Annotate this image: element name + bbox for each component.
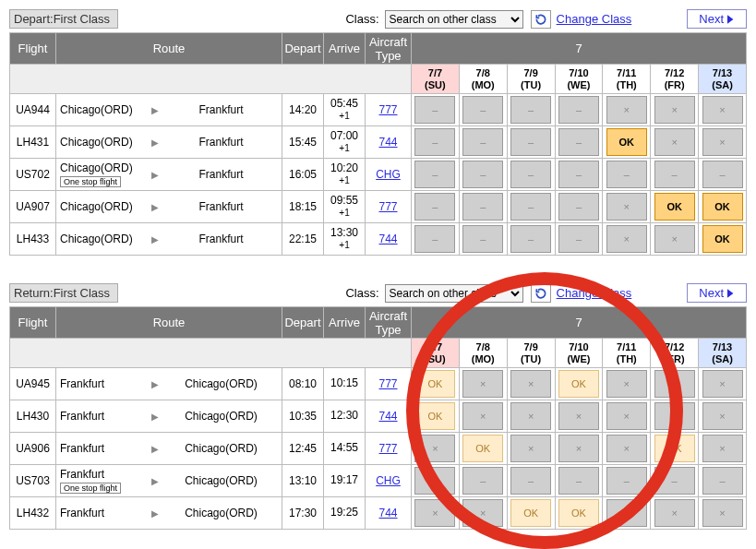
aircraft-type-link[interactable]: 777	[378, 377, 397, 390]
availability-cell: –	[462, 161, 503, 188]
availability-cell: ×	[654, 128, 695, 156]
refresh-button[interactable]	[531, 284, 551, 303]
depart-time: 08:10	[282, 368, 324, 400]
flight-number: UA907	[10, 191, 56, 223]
availability-cell: –	[654, 161, 695, 188]
route-to: Chicago(ORD)	[164, 442, 278, 455]
aircraft-type-link[interactable]: CHG	[376, 168, 401, 181]
aircraft-type-link[interactable]: 777	[378, 442, 397, 455]
availability-cell: –	[414, 467, 455, 495]
availability-cell: –	[654, 467, 695, 495]
aircraft-type-link[interactable]: 777	[378, 103, 397, 116]
arrive-time: 12:30	[324, 400, 366, 433]
next-button[interactable]: Next	[687, 283, 747, 303]
availability-cell: ×	[510, 435, 551, 462]
availability-cell: –	[702, 161, 743, 188]
aircraft-type: 744	[366, 497, 412, 530]
availability-cell: –	[606, 467, 647, 495]
aircraft-type-link[interactable]: 744	[378, 136, 397, 149]
availability-cell: ×	[606, 402, 647, 430]
availability-cell[interactable]: OK	[606, 128, 647, 156]
availability-cell: –	[462, 96, 503, 124]
arrive-time: 10:15	[324, 368, 366, 400]
aircraft-type: CHG	[366, 465, 412, 497]
route-from: Frankfurt	[60, 410, 104, 423]
availability-cell[interactable]: OK	[462, 435, 503, 462]
availability-cell: –	[414, 96, 455, 124]
aircraft-type-link[interactable]: 744	[378, 410, 397, 423]
flight-row: UA906 Frankfurt ▶ Chicago(ORD) 12:45 14:…	[10, 433, 747, 465]
class-label: Class:	[345, 12, 378, 26]
date-header: 7/7(SU)	[412, 65, 460, 94]
date-header: 7/8(MO)	[459, 339, 507, 368]
flight-row: LH433 Chicago(ORD) ▶ Frankfurt 22:15 13:…	[10, 223, 747, 256]
route-to: Frankfurt	[164, 200, 278, 213]
availability-cell[interactable]: OK	[558, 370, 599, 398]
change-class-link[interactable]: Change Class	[557, 286, 632, 300]
availability-cell: ×	[510, 370, 551, 398]
class-select[interactable]: Search on other class	[385, 284, 523, 303]
availability-cell[interactable]: OK	[558, 499, 599, 527]
availability-cell: ×	[606, 370, 647, 398]
refresh-button[interactable]	[531, 10, 551, 29]
route-arrow-icon: ▶	[151, 412, 159, 422]
date-header: 7/10(WE)	[555, 65, 603, 94]
availability-cell: –	[462, 128, 503, 156]
month-header: 7	[412, 33, 747, 65]
route-to: Chicago(ORD)	[164, 507, 278, 519]
availability-cell: ×	[558, 435, 599, 462]
route-arrow-icon: ▶	[151, 137, 159, 148]
route-from: Frankfurt	[60, 377, 104, 390]
date-header: 7/11(TH)	[603, 339, 651, 368]
route: Chicago(ORD) ▶ Frankfurt	[56, 126, 282, 159]
route-to: Frankfurt	[164, 103, 278, 116]
route-from: Chicago(ORD)	[60, 103, 133, 116]
availability-cell: ×	[702, 128, 743, 156]
next-arrow-icon	[727, 15, 735, 24]
availability-cell: ×	[654, 225, 695, 253]
flight-row: LH430 Frankfurt ▶ Chicago(ORD) 10:35 12:…	[10, 400, 747, 433]
availability-cell: ×	[702, 96, 743, 124]
route: Chicago(ORD) ▶ Frankfurt	[56, 94, 282, 126]
availability-cell[interactable]: OK	[414, 402, 455, 430]
aircraft-type-link[interactable]: CHG	[376, 474, 401, 487]
date-header: 7/7(SU)	[412, 339, 460, 368]
availability-cell: –	[510, 96, 551, 124]
availability-cell[interactable]: OK	[510, 499, 551, 527]
date-header: 7/13(SA)	[699, 339, 747, 368]
aircraft-type: 777	[366, 94, 412, 126]
availability-cell[interactable]: OK	[654, 435, 695, 462]
availability-cell[interactable]: OK	[702, 193, 743, 221]
arrive-time: 13:30+1	[324, 223, 366, 256]
refresh-icon	[534, 287, 547, 300]
section-title: Return:First Class	[9, 283, 118, 303]
aircraft-type-link[interactable]: 777	[378, 200, 397, 213]
availability-cell: ×	[414, 499, 455, 527]
aircraft-type-link[interactable]: 744	[378, 233, 397, 245]
aircraft-type-link[interactable]: 744	[378, 507, 397, 519]
route-from: Chicago(ORD)	[60, 136, 133, 149]
availability-cell: ×	[510, 402, 551, 430]
availability-cell[interactable]: OK	[414, 370, 455, 398]
col-flight: Flight	[10, 307, 56, 339]
availability-cell[interactable]: OK	[702, 225, 743, 253]
route-to: Frankfurt	[164, 233, 278, 245]
availability-cell: –	[702, 467, 743, 495]
flight-number: LH433	[10, 223, 56, 256]
availability-cell: ×	[606, 499, 647, 527]
col-route: Route	[56, 33, 282, 65]
depart-time: 14:20	[282, 94, 324, 126]
one-stop-badge: One stop flight	[60, 483, 121, 494]
class-select[interactable]: Search on other class	[385, 10, 523, 29]
change-class-link[interactable]: Change Class	[557, 12, 632, 26]
availability-cell: ×	[654, 96, 695, 124]
next-button[interactable]: Next	[687, 9, 747, 29]
availability-cell: ×	[654, 402, 695, 430]
depart-time: 15:45	[282, 126, 324, 159]
availability-cell[interactable]: OK	[654, 193, 695, 221]
aircraft-type: 744	[366, 126, 412, 159]
date-header: 7/13(SA)	[699, 65, 747, 94]
arrive-time: 09:55+1	[324, 191, 366, 223]
blank-header	[10, 339, 412, 368]
route-from: Frankfurt	[60, 442, 104, 455]
